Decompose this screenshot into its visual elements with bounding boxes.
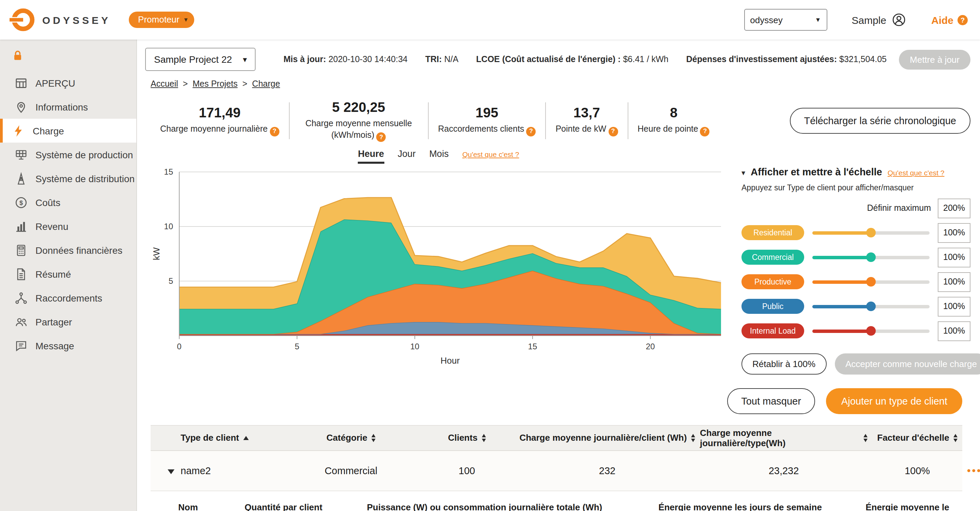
client-types-table: Type de client Catégorie Clients Charge … [151, 425, 962, 511]
capex-value: $321,504.05 [839, 54, 887, 64]
help-icon[interactable]: ? [269, 126, 279, 136]
updated-label: Mis à jour: [283, 54, 326, 64]
residential-toggle-pill[interactable]: Residential [741, 225, 804, 241]
help-icon[interactable]: ? [700, 126, 710, 136]
commercial-slider[interactable] [812, 252, 929, 263]
scale-row-productive: Productive 100% [741, 272, 970, 292]
question-icon: ? [958, 15, 968, 25]
add-client-type-button[interactable]: Ajouter un type de client [826, 388, 962, 414]
sidebar-item-charge[interactable]: Charge [0, 119, 136, 142]
accept-new-load-button[interactable]: Accepter comme nouvelle charge [835, 353, 980, 375]
download-timeseries-button[interactable]: Télécharger la série chronologique [789, 108, 970, 134]
sidebar-item-partager[interactable]: Partager [0, 310, 136, 334]
kpi-row: 171,49 Charge moyenne journalière? 5 220… [151, 100, 970, 142]
productive-slider[interactable] [812, 277, 929, 287]
help-icon[interactable]: ? [377, 133, 386, 142]
kpi-pointe-kw: 13,7 Pointe de kW? [546, 105, 627, 136]
sidebar-item-raccordements[interactable]: Raccordements [0, 286, 136, 310]
sidebar-item-label: Charge [33, 125, 64, 136]
sidebar-item-systeme-production[interactable]: Système de production [0, 142, 136, 166]
table-actions: Tout masquer Ajouter un type de client [137, 388, 962, 414]
user-name: Sample [851, 14, 886, 26]
project-select[interactable]: Sample Project 22 ▼ [145, 48, 256, 71]
bar-chart-icon [14, 219, 28, 233]
calculator-icon [14, 243, 28, 257]
update-button[interactable]: Mettre à jour [899, 50, 970, 69]
internal-load-scale-input[interactable]: 100% [938, 321, 970, 341]
sidebar-item-resume[interactable]: Résumé [0, 262, 136, 286]
max-input[interactable]: 200% [938, 198, 970, 218]
chart-whats-this-link[interactable]: Qu'est que c'est ? [462, 150, 519, 158]
topbar-right: odyssey ▼ Sample Aide ? [744, 9, 968, 31]
col-charge-client[interactable]: Charge moyenne journalière/client (Wh) [514, 433, 700, 443]
col-facteur-echelle[interactable]: Facteur d'échelle [867, 433, 967, 443]
expand-row-caret[interactable] [168, 469, 175, 474]
productive-toggle-pill[interactable]: Productive [741, 275, 804, 290]
breadcrumb-accueil[interactable]: Accueil [151, 79, 178, 89]
slider-thumb[interactable] [866, 277, 876, 287]
residential-scale-input[interactable]: 100% [938, 223, 970, 243]
public-slider[interactable] [812, 301, 929, 312]
tri-value: N/A [444, 54, 459, 64]
col-charge-type[interactable]: Charge moyenne journalière/type(Wh) [700, 428, 867, 448]
commercial-scale-input[interactable]: 100% [938, 248, 970, 267]
public-toggle-pill[interactable]: Public [741, 299, 804, 314]
user-menu[interactable]: Sample [851, 12, 907, 27]
sidebar-item-message[interactable]: Message [0, 334, 136, 358]
sidebar-item-couts[interactable]: $ Coûts [0, 190, 136, 214]
col-categorie[interactable]: Catégorie [283, 433, 419, 443]
help-link[interactable]: Aide ? [931, 14, 968, 26]
svg-text:10: 10 [410, 342, 420, 351]
internal-load-slider[interactable] [812, 326, 929, 337]
sort-icon [691, 434, 695, 442]
kpi-value: 5 220,25 [299, 100, 418, 115]
sidebar-item-donnees-financieres[interactable]: Données financières [0, 238, 136, 262]
reset-100-button[interactable]: Rétablir à 100% [741, 353, 826, 375]
map-pin-icon [14, 100, 28, 113]
slider-thumb[interactable] [866, 228, 876, 238]
public-scale-input[interactable]: 100% [938, 297, 970, 316]
sidebar-item-label: APERÇU [35, 77, 75, 88]
subcol-energie-semaine: Énergie moyenne les jours de semaine [628, 502, 853, 511]
breadcrumb-mes-projets[interactable]: Mes Projets [192, 79, 237, 89]
sidebar-item-informations[interactable]: Informations [0, 95, 136, 119]
collapse-caret-icon[interactable]: ▾ [741, 169, 745, 177]
row-menu-button[interactable]: ••• [967, 465, 980, 477]
productive-scale-input[interactable]: 100% [938, 272, 970, 292]
sidebar-item-systeme-distribution[interactable]: Système de distribution [0, 166, 136, 190]
kpi-label: Charge moyenne mensuelle (kWh/mois) [305, 119, 412, 140]
column-label: Clients [448, 433, 478, 443]
scale-row-public: Public 100% [741, 297, 970, 316]
col-clients[interactable]: Clients [419, 433, 514, 443]
project-stats: Mis à jour: 2020-10-30 14:40:34 TRI: N/A… [283, 54, 887, 64]
tab-mois[interactable]: Mois [430, 149, 449, 162]
sidebar-item-apercu[interactable]: APERÇU [0, 71, 136, 95]
scale-whats-this-link[interactable]: Qu'est que c'est ? [888, 169, 945, 177]
sort-asc-icon [243, 436, 248, 440]
breadcrumb: Accueil > Mes Projets > Charge [137, 71, 980, 89]
slider-thumb[interactable] [866, 302, 876, 311]
hide-all-button[interactable]: Tout masquer [727, 388, 815, 414]
residential-slider[interactable] [812, 228, 929, 238]
sidebar-item-label: Coûts [35, 197, 60, 208]
role-badge[interactable]: Promoteur ▾ [129, 11, 194, 28]
people-icon [14, 315, 28, 329]
breadcrumb-charge[interactable]: Charge [252, 79, 280, 89]
internal-load-toggle-pill[interactable]: Internal Load [741, 324, 804, 339]
sidebar-item-revenu[interactable]: Revenu [0, 214, 136, 238]
slider-thumb[interactable] [866, 326, 876, 336]
org-select[interactable]: odyssey ▼ [744, 9, 827, 31]
tab-jour[interactable]: Jour [398, 149, 416, 162]
svg-text:Hour: Hour [441, 355, 460, 366]
help-icon[interactable]: ? [608, 126, 618, 136]
svg-text:20: 20 [646, 342, 655, 351]
commercial-toggle-pill[interactable]: Commercial [741, 250, 804, 265]
col-type-de-client[interactable]: Type de client [181, 433, 283, 443]
tab-heure[interactable]: Heure [358, 149, 384, 164]
dollar-icon: $ [14, 195, 28, 209]
help-icon[interactable]: ? [526, 126, 536, 136]
slider-thumb[interactable] [866, 253, 876, 262]
scale-panel-title: Afficher et mettre à l'échelle [751, 166, 882, 177]
scale-row-residential: Residential 100% [741, 223, 970, 243]
capex-stat: Dépenses d'investissement ajustées: $321… [686, 54, 887, 64]
